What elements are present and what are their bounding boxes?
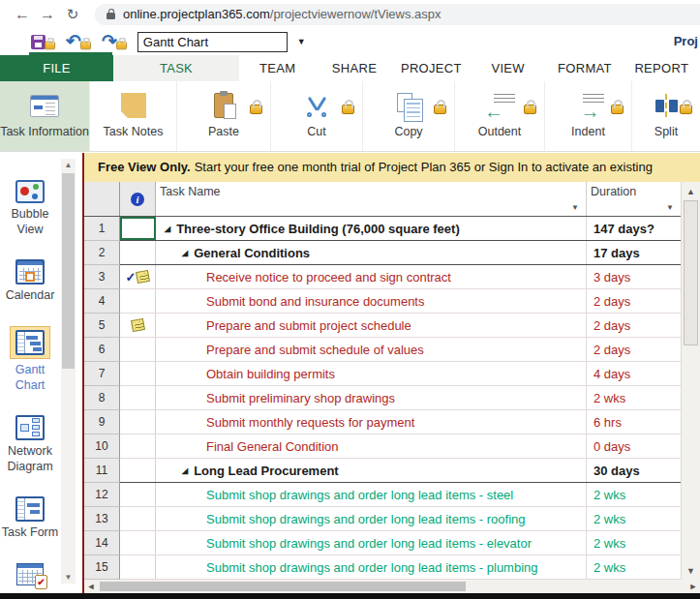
- save-button[interactable]: [31, 34, 56, 50]
- duration-cell[interactable]: 30 days: [587, 459, 681, 482]
- table-row[interactable]: 9Submit monthly requests for payment6 hr…: [84, 410, 681, 434]
- back-icon[interactable]: ←: [10, 7, 35, 22]
- duration-cell[interactable]: 2 wks: [587, 386, 681, 409]
- table-row[interactable]: 13Submit shop drawings and order long le…: [84, 507, 681, 531]
- tab-format[interactable]: FORMAT: [546, 55, 623, 81]
- duration-cell[interactable]: 17 days: [587, 241, 681, 264]
- copy-button[interactable]: Copy: [363, 81, 455, 151]
- row-number[interactable]: 14: [84, 531, 120, 555]
- info-cell[interactable]: [120, 386, 156, 409]
- task-name-cell[interactable]: Submit preliminary shop drawings: [156, 386, 587, 409]
- row-number[interactable]: 12: [84, 483, 120, 507]
- row-number[interactable]: 1: [84, 217, 120, 241]
- task-name-cell[interactable]: Submit shop drawings and order long lead…: [156, 507, 587, 530]
- duration-header[interactable]: Duration ▼: [587, 182, 681, 216]
- scroll-right-icon[interactable]: ►: [686, 580, 700, 593]
- address-bar[interactable]: online.projectplan365.com/projectviewern…: [95, 4, 700, 25]
- row-number[interactable]: 15: [84, 555, 120, 580]
- task-information-button[interactable]: Task Information: [0, 81, 90, 151]
- row-number-header[interactable]: [84, 182, 120, 216]
- sidebar-item-task-form[interactable]: Task Form: [2, 496, 58, 541]
- task-name-cell[interactable]: Submit shop drawings and order long lead…: [156, 555, 587, 579]
- table-row[interactable]: 7Obtain building permits4 days: [84, 362, 681, 386]
- info-cell[interactable]: [120, 289, 156, 313]
- task-name-header[interactable]: Task Name ▼: [156, 182, 587, 216]
- outdent-button[interactable]: ← Outdent: [455, 81, 545, 151]
- row-number[interactable]: 2: [84, 241, 120, 265]
- table-row[interactable]: 1◢Three-story Office Building (76,000 sq…: [84, 217, 681, 241]
- task-notes-button[interactable]: Task Notes: [90, 81, 177, 151]
- view-selector-input[interactable]: [137, 32, 288, 52]
- view-selector-dropdown-icon[interactable]: ▼: [297, 37, 306, 46]
- scrollbar-thumb[interactable]: [62, 173, 75, 369]
- task-name-cell[interactable]: Submit shop drawings and order long lead…: [156, 483, 587, 506]
- info-cell[interactable]: [120, 410, 156, 434]
- duration-cell[interactable]: 2 wks: [587, 507, 681, 530]
- reload-icon[interactable]: ↻: [60, 7, 85, 21]
- info-cell[interactable]: [120, 555, 156, 579]
- table-row[interactable]: 3✓Receive notice to proceed and sign con…: [84, 265, 681, 289]
- duration-cell[interactable]: 2 wks: [587, 483, 681, 506]
- column-dropdown-icon[interactable]: ▼: [666, 203, 674, 212]
- row-number[interactable]: 9: [84, 410, 120, 434]
- duration-cell[interactable]: 0 days: [587, 434, 681, 458]
- task-name-cell[interactable]: Receive notice to proceed and sign contr…: [156, 265, 587, 288]
- task-name-cell[interactable]: Prepare and submit project schedule: [156, 314, 587, 337]
- duration-cell[interactable]: 147 days?: [587, 217, 681, 240]
- table-row[interactable]: 8Submit preliminary shop drawings2 wks: [84, 386, 681, 410]
- info-cell[interactable]: [120, 507, 156, 530]
- tab-task[interactable]: TASK: [113, 55, 239, 81]
- sidebar-item-task-sheet[interactable]: ✔: [16, 563, 44, 585]
- row-number[interactable]: 10: [84, 434, 120, 459]
- horizontal-scrollbar[interactable]: ◄ ►: [84, 580, 700, 593]
- duration-cell[interactable]: 3 days: [587, 265, 681, 288]
- row-number[interactable]: 5: [84, 314, 120, 338]
- scrollbar-thumb[interactable]: [100, 582, 466, 591]
- table-row[interactable]: 4Submit bond and insurance documents2 da…: [84, 289, 681, 314]
- tab-share[interactable]: SHARE: [316, 55, 392, 81]
- cut-button[interactable]: Cut: [271, 81, 363, 151]
- duration-cell[interactable]: 2 wks: [587, 555, 681, 579]
- column-dropdown-icon[interactable]: ▼: [571, 203, 579, 212]
- collapse-caret-icon[interactable]: ◢: [182, 466, 188, 475]
- scroll-up-icon[interactable]: ▲: [61, 159, 76, 171]
- tab-view[interactable]: VIEW: [470, 55, 546, 81]
- row-number[interactable]: 11: [84, 459, 120, 483]
- sidebar-item-calendar[interactable]: Calendar: [6, 259, 55, 304]
- info-cell[interactable]: ✓: [120, 265, 156, 288]
- row-number[interactable]: 6: [84, 338, 120, 362]
- task-name-cell[interactable]: ◢Long Lead Procurement: [156, 459, 587, 482]
- info-cell[interactable]: [120, 483, 156, 506]
- table-row[interactable]: 10Final General Condition0 days: [84, 434, 681, 459]
- table-row[interactable]: 12Submit shop drawings and order long le…: [84, 483, 681, 507]
- table-row[interactable]: 15Submit shop drawings and order long le…: [84, 555, 681, 580]
- table-row[interactable]: 2◢General Conditions17 days: [84, 241, 681, 265]
- vertical-scrollbar[interactable]: ▲ ▼: [681, 182, 700, 580]
- scroll-up-icon[interactable]: ▲: [682, 183, 700, 199]
- info-column-header[interactable]: i: [120, 182, 156, 216]
- scroll-left-icon[interactable]: ◄: [84, 580, 98, 593]
- scrollbar-thumb[interactable]: [684, 200, 698, 345]
- task-name-cell[interactable]: Prepare and submit schedule of values: [156, 338, 587, 361]
- table-row[interactable]: 14Submit shop drawings and order long le…: [84, 531, 681, 555]
- tab-report[interactable]: REPORT: [624, 55, 700, 81]
- duration-cell[interactable]: 4 days: [587, 362, 681, 385]
- row-number[interactable]: 8: [84, 386, 120, 410]
- table-row[interactable]: 11◢Long Lead Procurement30 days: [84, 459, 681, 483]
- info-cell[interactable]: [120, 241, 156, 264]
- task-name-cell[interactable]: Submit shop drawings and order long lead…: [156, 531, 587, 554]
- info-cell[interactable]: [120, 362, 156, 385]
- info-cell[interactable]: [120, 314, 156, 337]
- task-name-cell[interactable]: Obtain building permits: [156, 362, 587, 385]
- duration-cell[interactable]: 2 days: [587, 289, 681, 313]
- task-name-cell[interactable]: ◢General Conditions: [156, 241, 587, 264]
- sidebar-item-gantt-chart[interactable]: Gantt Chart: [0, 326, 60, 393]
- info-cell[interactable]: [120, 434, 156, 458]
- task-name-cell[interactable]: Submit monthly requests for payment: [156, 410, 587, 434]
- split-button[interactable]: Split: [632, 81, 700, 151]
- sidebar-item-network-diagram[interactable]: Network Diagram: [0, 415, 60, 474]
- collapse-caret-icon[interactable]: ◢: [182, 249, 188, 257]
- scroll-down-icon[interactable]: ▼: [61, 571, 76, 584]
- scroll-down-icon[interactable]: ▼: [682, 562, 700, 579]
- table-row[interactable]: 5Prepare and submit project schedule2 da…: [84, 314, 681, 338]
